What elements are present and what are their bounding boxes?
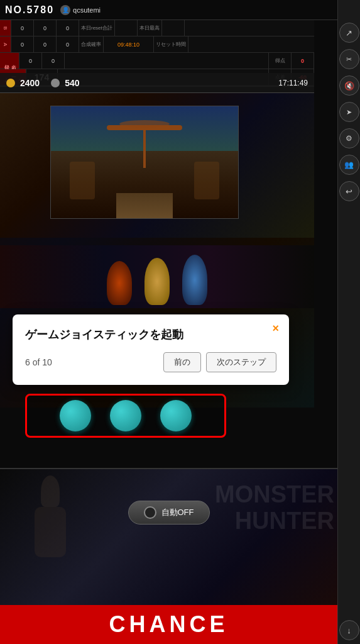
chance-label: CHANCE [109, 611, 228, 638]
next-step-button[interactable]: 次のステップ [206, 352, 276, 372]
r1-val2: 0 [34, 20, 57, 36]
joystick-button-3[interactable] [160, 400, 192, 431]
gold-score: 2400 [20, 78, 40, 88]
r2-val1: 0 [11, 36, 34, 52]
row1-type-label: B [0, 20, 11, 36]
game-time: 17:11:49 [278, 79, 308, 87]
stats-row-2: A 0 0 0 合成確率 09:48:10 リセット時間 [0, 36, 314, 53]
r3-val2: 0 [42, 53, 65, 69]
r3-val3 [65, 53, 269, 69]
r2-val2: 0 [34, 36, 57, 52]
game-id: NO.5780 [5, 4, 54, 16]
sidebar-btn-mute[interactable]: 🔇 [339, 75, 359, 96]
gray-coin-icon [51, 79, 60, 87]
joystick-button-2[interactable] [110, 400, 141, 431]
bottom-panel: MONSTER HUNTER 自動OFF CHANCE [0, 468, 337, 644]
joystick-button-1[interactable] [60, 400, 91, 431]
row3-type-label: 名前登録 [0, 53, 19, 69]
r1-label-today-reset: 本日reset合計 [79, 20, 115, 36]
r1-val1: 0 [11, 20, 34, 36]
r3-label-score: 得点 [269, 53, 292, 69]
gold-coin-icon [6, 79, 15, 87]
player-avatar: 👤 [60, 5, 70, 15]
sidebar-btn-send[interactable]: ➤ [339, 102, 359, 122]
dialog-close-button[interactable]: × [272, 322, 279, 335]
sidebar-btn-music[interactable]: ✂ [339, 49, 359, 69]
sidebar-btn-back[interactable]: ↩ [339, 181, 359, 201]
mh-background: MONSTER HUNTER [0, 469, 337, 608]
right-sidebar: ↗ ✂ 🔇 ➤ ⚙ 👥 ↩ ↓ [337, 0, 360, 644]
chance-button[interactable]: CHANCE [0, 605, 337, 644]
row2-type-label: A [0, 36, 11, 52]
score-bar: 2400 540 17:11:49 [0, 73, 314, 93]
r1-today-reset-val [115, 20, 138, 36]
scene-illustration [50, 106, 239, 219]
stats-row-3: 名前登録 0 0 得点 0 [0, 53, 314, 69]
stats-row-1: B 0 0 0 本日reset合計 本日最高 [0, 20, 314, 36]
game-scene [0, 93, 314, 238]
sidebar-btn-down[interactable]: ↓ [339, 620, 359, 640]
auto-off-button[interactable]: 自動OFF [128, 501, 210, 525]
sidebar-btn-users[interactable]: 👥 [339, 155, 359, 175]
r3-score-val: 0 [292, 53, 314, 69]
r2-label-reset: リセット時間 [154, 36, 188, 52]
r3-val1: 0 [19, 53, 42, 69]
sidebar-btn-1[interactable]: ↗ [339, 23, 359, 43]
player-name: qcsutemi [73, 6, 101, 14]
r1-label-best: 本日最高 [138, 20, 162, 36]
r2-time-val: 09:48:10 [104, 36, 154, 52]
dialog-footer: 6 of 10 前の 次のステップ [25, 352, 276, 372]
dialog-buttons: 前の 次のステップ [163, 352, 276, 372]
joystick-highlight-area [25, 394, 226, 438]
dialog-progress: 6 of 10 [25, 357, 52, 367]
auto-btn-circle [144, 506, 156, 519]
sidebar-btn-settings[interactable]: ⚙ [339, 128, 359, 148]
prev-button[interactable]: 前の [163, 352, 201, 372]
r2-label-rate: 合成確率 [79, 36, 104, 52]
characters-area [0, 245, 314, 308]
dialog-title: ゲームジョイスティックを起動 [25, 327, 276, 342]
player-info: 👤 qcsutemi [60, 5, 101, 15]
auto-off-label: 自動OFF [161, 507, 194, 518]
r1-best-val [162, 20, 185, 36]
r1-val3: 0 [57, 20, 79, 36]
tutorial-dialog: × ゲームジョイスティックを起動 6 of 10 前の 次のステップ [13, 314, 289, 385]
gray-score: 540 [65, 78, 79, 88]
game-header: NO.5780 👤 qcsutemi [0, 0, 337, 20]
r2-val3: 0 [57, 36, 79, 52]
